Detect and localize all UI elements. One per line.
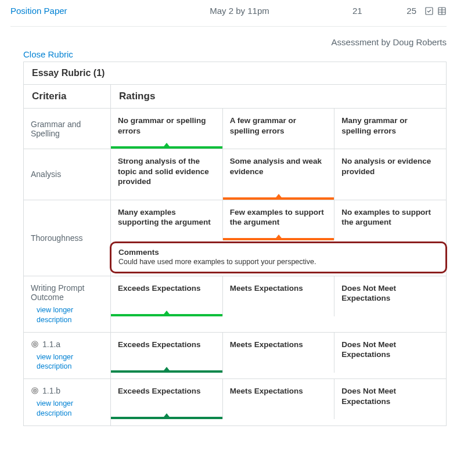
rating-cell[interactable]: Does Not Meet Expectations [334, 276, 446, 316]
rating-label: Meets Expectations [230, 386, 303, 396]
selection-indicator [111, 146, 222, 149]
rating-label: Many grammar or spelling errors [341, 116, 439, 136]
criterion-label: 1.1.a [42, 340, 60, 349]
criterion-cell: Analysis [24, 149, 111, 200]
rating-label: A few grammar or spelling errors [230, 116, 328, 136]
close-rubric-link[interactable]: Close Rubric [10, 49, 447, 62]
comments-text: Could have used more examples to support… [118, 257, 438, 266]
rating-cell[interactable]: Exceeds Expectations [111, 276, 223, 316]
rating-cell[interactable]: Many examples supporting the argument [111, 200, 223, 240]
selection-indicator [223, 238, 334, 240]
header-bar: Position Paper May 2 by 11pm 21 25 [10, 6, 447, 27]
criterion-cell: 1.1.b view longer description [24, 379, 111, 425]
criterion-cell: Writing Prompt Outcome view longer descr… [24, 276, 111, 332]
criterion-cell: Grammar and Spelling [24, 109, 111, 149]
rating-cell[interactable]: Strong analysis of the topic and solid e… [111, 149, 223, 200]
criterion-cell: Thoroughness [24, 200, 111, 276]
rating-label: No grammar or spelling errors [118, 116, 215, 136]
ratings-cell: Exceeds Expectations Meets Expectations … [111, 333, 446, 379]
rubric-row: Thoroughness Many examples supporting th… [24, 200, 446, 276]
svg-point-7 [34, 391, 35, 391]
rating-cell[interactable]: Meets Expectations [223, 333, 335, 373]
rating-cell[interactable]: Many grammar or spelling errors [334, 109, 446, 149]
column-criteria: Criteria [24, 85, 111, 108]
rating-label: Many examples supporting the argument [118, 207, 215, 228]
rating-label: Some analysis and weak evidence [230, 156, 328, 176]
rating-label: Exceeds Expectations [118, 340, 201, 350]
rating-label: Few examples to support the argument [230, 207, 328, 228]
rating-cell[interactable]: Few examples to support the argument [223, 200, 335, 240]
rubric-row: Grammar and Spelling No grammar or spell… [24, 109, 446, 149]
assessor-line: Assessment by Doug Roberts [10, 27, 447, 49]
rubric-table: Essay Rubric (1) Criteria Ratings Gramma… [23, 62, 447, 426]
rating-label: Meets Expectations [230, 340, 303, 350]
rating-cell[interactable]: Exceeds Expectations [111, 333, 223, 373]
rating-label: Strong analysis of the topic and solid e… [118, 156, 215, 187]
rating-cell[interactable]: No analysis or evidence provided [334, 149, 446, 200]
rating-label: Does Not Meet Expectations [341, 340, 439, 360]
ratings-cell: Exceeds Expectations Meets Expectations … [111, 276, 446, 332]
rating-cell[interactable]: Does Not Meet Expectations [334, 333, 446, 373]
selection-indicator [111, 370, 222, 373]
ratings-cell: Many examples supporting the argument Fe… [111, 200, 446, 276]
due-date: May 2 by 11pm [127, 6, 352, 16]
column-ratings: Ratings [111, 85, 446, 108]
svg-rect-0 [426, 8, 433, 15]
rating-label: Exceeds Expectations [118, 283, 201, 294]
rubric-row: Writing Prompt Outcome view longer descr… [24, 276, 446, 333]
rubric-row: 1.1.a view longer description Exceeds Ex… [24, 333, 446, 380]
comments-label: Comments [118, 248, 438, 257]
criterion-label: 1.1.b [42, 386, 60, 395]
score-earned: 21 [352, 6, 362, 16]
ratings-cell: No grammar or spelling errors A few gram… [111, 109, 446, 149]
rating-cell[interactable]: Does Not Meet Expectations [334, 379, 446, 419]
rating-cell[interactable]: No grammar or spelling errors [111, 109, 223, 149]
rating-label: No analysis or evidence provided [341, 156, 439, 176]
criterion-label: Thoroughness [31, 233, 103, 243]
assignment-title-link[interactable]: Position Paper [10, 6, 127, 16]
outcome-target-icon [31, 387, 39, 395]
rubric-title: Essay Rubric (1) [24, 62, 446, 85]
rating-label: Does Not Meet Expectations [341, 283, 439, 304]
rubric-row: Analysis Strong analysis of the topic an… [24, 149, 446, 200]
svg-point-4 [34, 344, 35, 344]
rating-cell[interactable]: Meets Expectations [223, 276, 335, 316]
rating-cell[interactable]: A few grammar or spelling errors [223, 109, 335, 149]
score-total: 25 [406, 6, 416, 16]
criterion-label: Analysis [31, 170, 103, 179]
page: Position Paper May 2 by 11pm 21 25 Asses… [0, 0, 457, 476]
rubric-icon[interactable] [437, 6, 447, 16]
score-group: 21 25 [352, 6, 422, 16]
ratings-cell: Strong analysis of the topic and solid e… [111, 149, 446, 200]
outcome-target-icon [31, 340, 39, 348]
criterion-label: Grammar and Spelling [31, 120, 103, 138]
rating-cell[interactable]: No examples to support the argument [334, 200, 446, 240]
rating-label: Exceeds Expectations [118, 386, 201, 396]
rating-label: Meets Expectations [230, 283, 303, 294]
view-longer-description-link[interactable]: view longer description [31, 399, 103, 419]
selection-indicator [111, 417, 222, 419]
selection-indicator [223, 197, 334, 200]
rating-label: No examples to support the argument [341, 207, 439, 228]
comments-highlight: Comments Could have used more examples t… [110, 241, 447, 273]
selection-indicator [111, 314, 222, 316]
rating-cell[interactable]: Some analysis and weak evidence [223, 149, 335, 200]
view-longer-description-link[interactable]: view longer description [31, 352, 103, 372]
ratings-cell: Exceeds Expectations Meets Expectations … [111, 379, 446, 425]
criterion-cell: 1.1.a view longer description [24, 333, 111, 379]
rating-cell[interactable]: Meets Expectations [223, 379, 335, 419]
rating-label: Does Not Meet Expectations [341, 386, 439, 406]
criterion-label: Writing Prompt Outcome [31, 283, 103, 302]
checklist-icon[interactable] [424, 6, 434, 16]
header-icons [422, 6, 447, 16]
rubric-header-row: Criteria Ratings [24, 85, 446, 109]
rubric-row: 1.1.b view longer description Exceeds Ex… [24, 379, 446, 425]
rating-cell[interactable]: Exceeds Expectations [111, 379, 223, 419]
view-longer-description-link[interactable]: view longer description [31, 305, 103, 325]
